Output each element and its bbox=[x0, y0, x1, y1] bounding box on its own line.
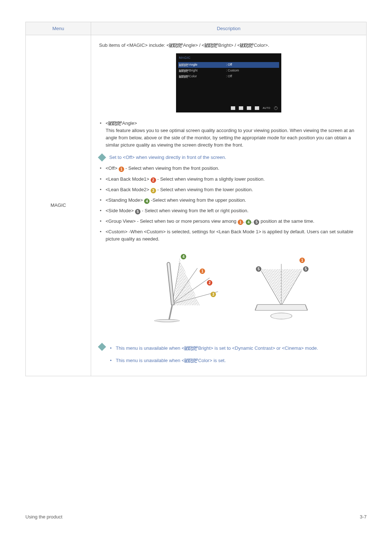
mode-leanback1: <Lean Back Mode1> 2 - Select when viewin… bbox=[99, 176, 358, 183]
osd-nav-icon bbox=[231, 106, 235, 110]
samsung-magic-logo: SAMSUNGMAGIC bbox=[179, 75, 189, 78]
num-badge-2: 2 bbox=[151, 177, 156, 183]
note-off: Set to <Off> when viewing directly in fr… bbox=[99, 154, 358, 161]
osd-nav-icon bbox=[255, 106, 259, 110]
diagram-row: 4 1 2 3 1 5 5 bbox=[99, 251, 358, 335]
samsung-magic-logo: SAMSUNGMAGIC bbox=[204, 44, 218, 48]
osd-row-bright: SAMSUNGMAGICBright Custom bbox=[178, 68, 279, 74]
magic-angle-section: <SAMSUNGMAGICAngle> This feature allows … bbox=[99, 120, 358, 149]
num-badge-1: 1 bbox=[238, 219, 243, 225]
diagram-badge-5: 5 bbox=[303, 266, 309, 272]
power-icon bbox=[274, 106, 278, 110]
mode-standing: <Standing Mode> 4 -Select when viewing f… bbox=[99, 197, 358, 204]
samsung-magic-logo: SAMSUNGMAGIC bbox=[169, 44, 183, 48]
header-description: Description bbox=[91, 22, 367, 35]
note-icon bbox=[98, 342, 106, 351]
osd-preview: MAGIC SAMSUNGMAGICAngle Off SAMSUNGMAGIC… bbox=[176, 53, 281, 112]
page-footer: Using the product 3-7 bbox=[25, 514, 367, 520]
osd-row-color: SAMSUNGMAGICColor Off bbox=[178, 74, 279, 79]
osd-nav-icon bbox=[239, 106, 243, 110]
footer-page: 3-7 bbox=[360, 514, 367, 520]
intro-line: Sub items of <MAGIC> include: <SAMSUNGMA… bbox=[99, 42, 358, 49]
samsung-magic-logo: SAMSUNGMAGIC bbox=[240, 44, 254, 48]
mode-custom: <Custom> -When <Custom> is selected, set… bbox=[99, 228, 358, 243]
osd-title: MAGIC bbox=[178, 55, 279, 62]
angle-description: This feature allows you to see optimal s… bbox=[106, 127, 358, 149]
osd-row-angle: SAMSUNGMAGICAngle Off bbox=[178, 62, 279, 68]
samsung-magic-logo: SAMSUNGMAGIC bbox=[184, 346, 198, 350]
mode-list: <Off> 1 - Select when viewing from the f… bbox=[99, 165, 358, 243]
description-cell: Sub items of <MAGIC> include: <SAMSUNGMA… bbox=[91, 35, 367, 376]
num-badge-3: 3 bbox=[151, 188, 156, 193]
diagram-badge-3: 3 bbox=[211, 292, 216, 297]
diagram-badge-1: 1 bbox=[200, 268, 205, 274]
osd-auto-label: AUTO bbox=[263, 106, 270, 110]
mode-off: <Off> 1 - Select when viewing from the f… bbox=[99, 165, 358, 172]
mode-leanback2: <Lean Back Mode2> 3 - Select when viewin… bbox=[99, 186, 358, 193]
diagram-badge-5: 5 bbox=[256, 266, 261, 272]
samsung-magic-logo: SAMSUNGMAGIC bbox=[179, 64, 189, 67]
header-menu: Menu bbox=[26, 22, 91, 35]
num-badge-4: 4 bbox=[144, 198, 150, 204]
content-table: Menu Description MAGIC Sub items of <MAG… bbox=[25, 22, 367, 376]
samsung-magic-logo: SAMSUNGMAGIC bbox=[109, 122, 122, 126]
diagram-top-view: 1 5 5 bbox=[240, 251, 323, 335]
note-icon bbox=[98, 153, 106, 162]
samsung-magic-logo: SAMSUNGMAGIC bbox=[184, 359, 198, 363]
osd-nav-icon bbox=[247, 106, 251, 110]
menu-cell: MAGIC bbox=[26, 35, 91, 376]
num-badge-5: 5 bbox=[135, 209, 140, 214]
bottom-notes: This menu is unavailable when <SAMSUNGMA… bbox=[99, 343, 358, 369]
num-badge-4: 4 bbox=[246, 219, 251, 225]
mode-side: <Side Mode> 5 - Select when viewing from… bbox=[99, 207, 358, 214]
mode-group: <Group View> - Select when two or more p… bbox=[99, 218, 358, 225]
diagram-badge-2: 2 bbox=[207, 280, 212, 286]
diagram-side-view: 4 1 2 3 bbox=[134, 251, 218, 335]
diagram-badge-4: 4 bbox=[181, 254, 186, 259]
num-badge-5: 5 bbox=[254, 219, 259, 225]
note-unavailable-color: This menu is unavailable when <SAMSUNGMA… bbox=[110, 357, 358, 364]
note-unavailable-bright: This menu is unavailable when <SAMSUNGMA… bbox=[110, 345, 358, 352]
diagram-badge-1: 1 bbox=[299, 258, 305, 263]
osd-button-bar: AUTO bbox=[178, 105, 279, 110]
num-badge-1: 1 bbox=[119, 167, 124, 172]
footer-section: Using the product bbox=[25, 514, 62, 520]
samsung-magic-logo: SAMSUNGMAGIC bbox=[179, 70, 189, 73]
